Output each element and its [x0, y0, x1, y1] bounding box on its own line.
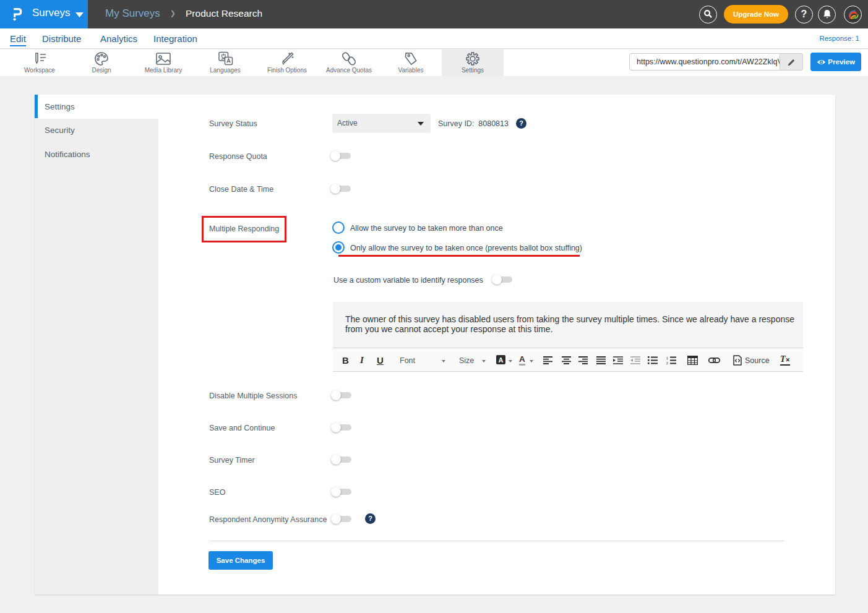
svg-text:2: 2	[666, 361, 668, 364]
svg-text:1: 1	[666, 356, 668, 360]
svg-text:A: A	[499, 356, 504, 364]
